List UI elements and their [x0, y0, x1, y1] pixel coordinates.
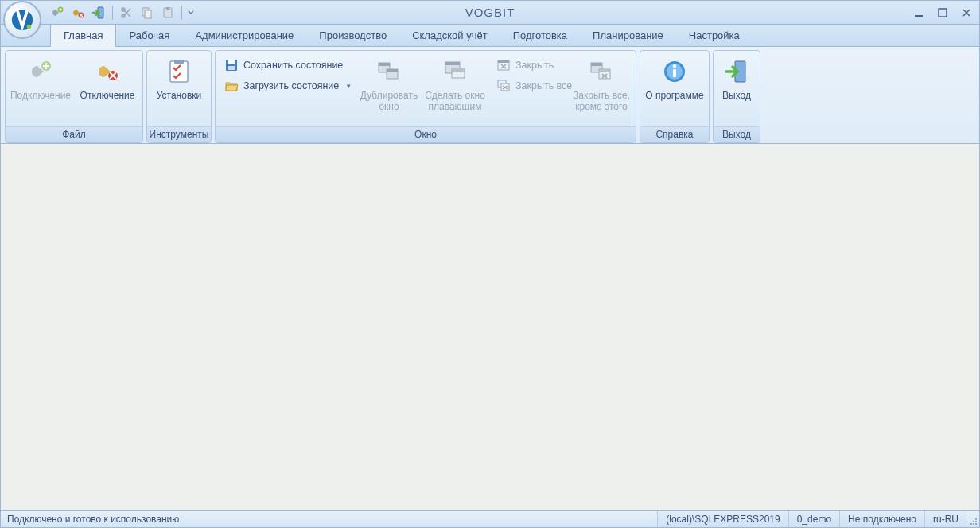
tab-settings[interactable]: Настройка	[676, 25, 752, 46]
svg-rect-27	[452, 68, 465, 72]
app-logo-icon	[10, 8, 34, 32]
resize-grip[interactable]	[966, 511, 979, 527]
svg-rect-33	[591, 63, 602, 66]
ribbon-group-exit: Выход Выход	[713, 50, 760, 143]
checklist-icon	[165, 58, 192, 85]
svg-rect-16	[174, 60, 184, 64]
group-title-exit: Выход	[714, 126, 760, 142]
close-icon	[962, 8, 971, 17]
tab-preparation[interactable]: Подготовка	[500, 25, 580, 46]
tab-admin[interactable]: Администрирование	[182, 25, 306, 46]
windows-float-icon	[441, 58, 469, 85]
folder-open-icon	[224, 79, 239, 93]
group-title-help: Справка	[640, 126, 709, 142]
svg-rect-29	[498, 60, 509, 63]
ribbon-tabs: Главная Рабочая Администрирование Произв…	[1, 25, 979, 47]
close-label: Закрыть	[515, 60, 554, 71]
tab-main[interactable]: Главная	[50, 24, 116, 47]
svg-rect-15	[170, 61, 188, 82]
workspace	[1, 144, 979, 510]
disconnect-label: Отключение	[80, 90, 135, 101]
qat-exit-button[interactable]	[89, 4, 108, 21]
quick-access-toolbar	[48, 1, 196, 24]
svg-rect-19	[228, 66, 235, 70]
status-message: Подключено и готово к использованию	[1, 514, 657, 525]
duplicate-label: Дублировать окно	[358, 90, 420, 113]
svg-point-42	[973, 523, 974, 525]
windows-stack-icon	[375, 58, 402, 85]
svg-rect-11	[915, 15, 923, 17]
group-title-window: Окно	[216, 126, 636, 142]
svg-point-46	[975, 518, 977, 520]
group-title-tools: Инструменты	[147, 126, 211, 142]
tab-planning[interactable]: Планирование	[580, 25, 676, 46]
titlebar: VOGBIT	[1, 1, 979, 25]
exit-button[interactable]: Выход	[715, 52, 758, 124]
settings-button[interactable]: Установки	[149, 52, 209, 124]
plug-add-icon	[27, 58, 54, 85]
windows-close-others-icon	[588, 58, 615, 85]
status-connection[interactable]: Не подключено	[839, 511, 924, 527]
svg-rect-12	[939, 9, 947, 17]
maximize-button[interactable]	[931, 5, 954, 21]
statusbar: Подключено и готово к использованию (loc…	[1, 510, 979, 527]
qat-cut-button[interactable]	[117, 4, 136, 21]
tab-warehouse[interactable]: Складской учёт	[399, 25, 500, 46]
load-state-label: Загрузить состояние	[243, 80, 339, 91]
close-button[interactable]	[955, 5, 978, 21]
disconnect-button[interactable]: Отключение	[74, 52, 141, 124]
qat-separator	[112, 6, 113, 20]
qat-paste-button[interactable]	[158, 4, 177, 21]
qat-disconnect-button[interactable]	[68, 4, 88, 21]
save-state-button[interactable]: Сохранить состояние	[219, 56, 356, 75]
plug-remove-icon	[71, 6, 85, 20]
about-button[interactable]: О программе	[642, 52, 707, 124]
plug-add-icon	[50, 6, 64, 20]
svg-point-44	[970, 523, 972, 525]
chevron-down-icon: ▼	[345, 83, 352, 90]
svg-point-1	[27, 24, 32, 29]
window-controls	[908, 1, 978, 24]
svg-rect-38	[673, 69, 676, 77]
load-state-button[interactable]: Загрузить состояние ▼	[219, 76, 356, 95]
window-close-icon	[496, 58, 511, 72]
minimize-button[interactable]	[908, 5, 930, 21]
qat-copy-button[interactable]	[138, 4, 157, 21]
status-server[interactable]: (local)\SQLEXPRESS2019	[657, 511, 788, 527]
plug-remove-icon	[94, 58, 121, 85]
minimize-icon	[914, 8, 924, 17]
svg-rect-21	[379, 63, 390, 66]
windows-close-all-icon	[496, 79, 511, 93]
status-locale[interactable]: ru-RU	[924, 511, 966, 527]
svg-point-41	[975, 523, 977, 525]
qat-customize-button[interactable]	[186, 4, 196, 21]
close-others-label: Закрыть все, кроме этого	[570, 90, 633, 113]
duplicate-window-button[interactable]: Дублировать окно	[357, 52, 421, 124]
connect-button[interactable]: Подключение	[7, 52, 74, 124]
app-window: VOGBIT Главная Рабочая Администрирование…	[0, 0, 980, 528]
scissors-icon	[119, 6, 134, 20]
svg-point-43	[975, 521, 977, 522]
qat-separator	[181, 6, 182, 20]
close-window-button[interactable]: Закрыть	[491, 56, 567, 75]
float-window-button[interactable]: Сделать окно плавающим	[421, 52, 489, 124]
ribbon-group-tools: Установки Инструменты	[146, 50, 212, 143]
ribbon-group-file: Подключение Отключение Файл	[5, 50, 143, 143]
close-others-button[interactable]: Закрыть все, кроме этого	[569, 52, 634, 124]
svg-point-39	[673, 64, 676, 68]
save-state-label: Сохранить состояние	[243, 60, 343, 71]
svg-point-45	[973, 521, 974, 522]
maximize-icon	[938, 8, 947, 17]
status-database[interactable]: 0_demo	[788, 511, 839, 527]
copy-icon	[140, 6, 154, 20]
chevron-down-icon	[188, 10, 194, 16]
svg-rect-18	[228, 60, 235, 64]
qat-connect-button[interactable]	[48, 4, 67, 21]
tab-production[interactable]: Производство	[306, 25, 399, 46]
close-all-button[interactable]: Закрыть все	[491, 76, 567, 95]
settings-label: Установки	[157, 90, 201, 101]
app-menu-button[interactable]	[3, 1, 41, 39]
tab-work[interactable]: Рабочая	[116, 25, 182, 46]
svg-rect-8	[145, 10, 151, 18]
info-icon	[661, 58, 688, 85]
